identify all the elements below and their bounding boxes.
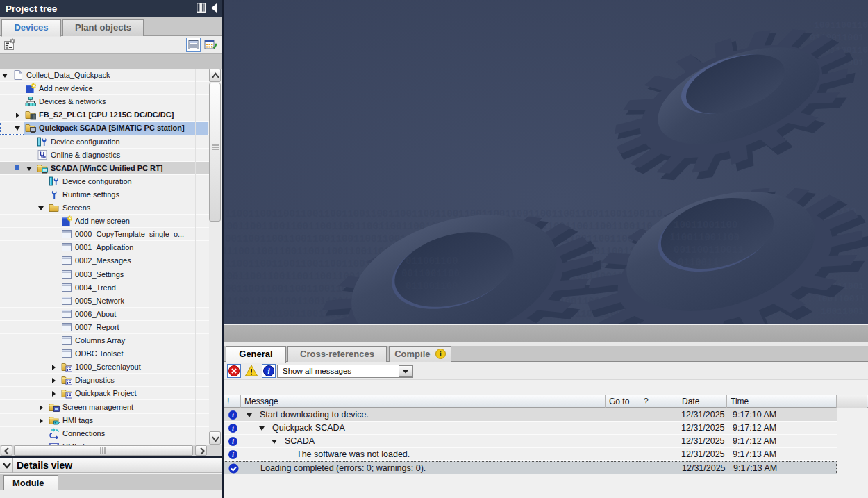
- svg-text:0110011: 0110011: [678, 257, 719, 268]
- svg-text:i: i: [440, 350, 442, 358]
- svg-text:10011001100: 10011001100: [674, 219, 737, 231]
- svg-text:10011001: 10011001: [821, 306, 865, 317]
- svg-text:011001100: 011001100: [406, 256, 458, 267]
- svg-text:110011001100: 110011001100: [669, 232, 740, 243]
- svg-text:001100110011: 001100110011: [674, 244, 744, 256]
- svg-text:0011001100: 0011001100: [401, 268, 460, 279]
- svg-text:1001100110: 1001100110: [814, 20, 868, 31]
- svg-text:110011001100110011001100110011: 1100110011001100110011001100110011001100…: [225, 208, 662, 219]
- svg-text:011001100: 011001100: [406, 281, 458, 292]
